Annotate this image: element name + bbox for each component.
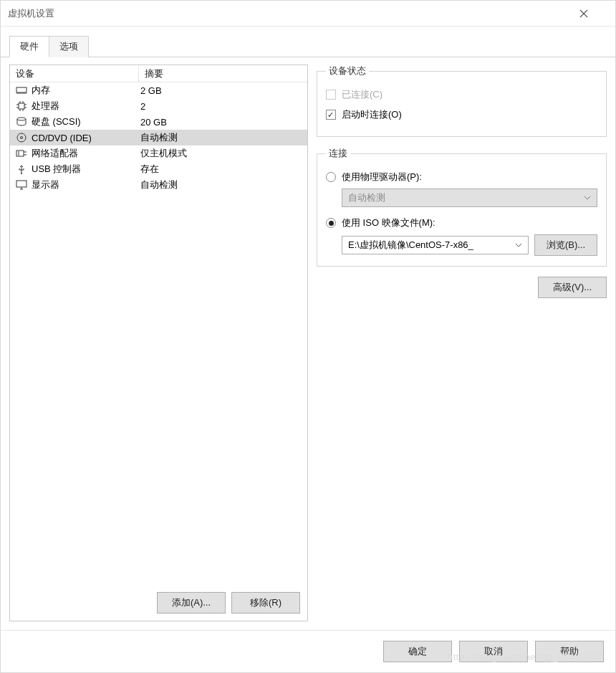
connection-legend: 连接 [326,147,350,160]
advanced-row: 高级(V)... [317,277,607,298]
dialog-footer: 确定 取消 帮助 [1,630,615,672]
dialog-body: 设备 摘要 内存 2 GB 处理器 2 硬盘 (SCSI) 20 GB CD/D… [1,57,615,630]
ok-button[interactable]: 确定 [383,641,452,662]
svg-point-3 [17,133,26,142]
iso-path-combobox[interactable]: E:\虚拟机镜像\CentOS-7-x86_ [342,236,529,254]
svg-rect-0 [16,87,27,92]
chevron-down-icon [584,196,591,200]
display-icon [16,179,27,191]
use-iso-label: 使用 ISO 映像文件(M): [342,216,435,229]
nic-icon [16,148,27,159]
connect-at-poweron-label: 启动时连接(O) [342,108,402,121]
add-device-button[interactable]: 添加(A)... [157,592,226,614]
close-icon [579,9,588,18]
device-row-display[interactable]: 显示器 自动检测 [10,177,307,193]
cancel-button[interactable]: 取消 [459,641,528,662]
use-physical-radio[interactable] [326,172,336,182]
iso-path-value: E:\虚拟机镜像\CentOS-7-x86_ [348,239,473,252]
device-state-group: 设备状态 已连接(C) 启动时连接(O) [317,65,607,137]
device-row-disk[interactable]: 硬盘 (SCSI) 20 GB [10,114,307,130]
connection-group: 连接 使用物理驱动器(P): 自动检测 使用 ISO 映像文件(M): [317,147,607,267]
device-label: 硬盘 (SCSI) [32,115,81,128]
device-label: USB 控制器 [32,163,81,176]
header-summary: 摘要 [139,65,307,82]
device-summary: 20 GB [139,117,307,128]
device-label: 处理器 [32,100,59,113]
help-button[interactable]: 帮助 [535,641,604,662]
svg-point-4 [21,137,23,139]
chevron-down-icon [515,243,522,247]
tab-bar: 硬件 选项 [1,27,615,57]
device-list[interactable]: 设备 摘要 内存 2 GB 处理器 2 硬盘 (SCSI) 20 GB CD/D… [10,65,307,585]
device-summary: 2 GB [139,85,307,96]
svg-point-6 [21,173,22,174]
window-title: 虚拟机设置 [8,7,579,20]
device-label: 内存 [32,84,50,97]
use-physical-label: 使用物理驱动器(P): [342,171,422,183]
device-summary: 仅主机模式 [139,147,307,160]
disk-icon [16,116,27,128]
device-label: CD/DVD (IDE) [32,133,92,143]
device-label: 网络适配器 [32,147,78,160]
svg-rect-5 [16,151,24,156]
svg-rect-1 [19,103,24,109]
physical-drive-select: 自动检测 [342,188,597,207]
device-list-panel: 设备 摘要 内存 2 GB 处理器 2 硬盘 (SCSI) 20 GB CD/D… [9,65,308,621]
advanced-button[interactable]: 高级(V)... [538,277,607,298]
connect-at-poweron-checkbox[interactable] [326,110,336,120]
device-list-buttons: 添加(A)... 移除(R) [10,585,307,621]
device-summary: 存在 [139,163,307,176]
device-row-cpu[interactable]: 处理器 2 [10,98,307,114]
device-row-usb[interactable]: USB 控制器 存在 [10,161,307,177]
device-row-cddvd[interactable]: CD/DVD (IDE) 自动检测 [10,130,307,145]
header-device: 设备 [10,65,139,82]
use-iso-radio[interactable] [326,218,336,228]
connected-label: 已连接(C) [342,88,382,101]
device-detail-panel: 设备状态 已连接(C) 启动时连接(O) 连接 使用物理驱动器(P): [317,65,607,621]
physical-drive-value: 自动检测 [348,191,385,204]
device-row-nic[interactable]: 网络适配器 仅主机模式 [10,145,307,161]
remove-device-button[interactable]: 移除(R) [231,592,300,614]
tab-options[interactable]: 选项 [49,36,89,57]
tab-hardware[interactable]: 硬件 [9,36,49,57]
cpu-icon [16,100,27,112]
connected-checkbox [326,90,336,100]
svg-point-2 [17,118,26,120]
usb-icon [16,163,27,175]
device-label: 显示器 [32,178,59,191]
device-summary: 自动检测 [139,178,307,191]
device-summary: 2 [139,101,307,112]
svg-rect-7 [16,181,27,187]
device-state-legend: 设备状态 [326,65,369,77]
cd-icon [16,132,27,143]
device-list-header: 设备 摘要 [10,65,307,82]
device-row-memory[interactable]: 内存 2 GB [10,82,307,98]
memory-icon [16,85,27,96]
device-summary: 自动检测 [139,131,307,144]
vm-settings-window: 虚拟机设置 硬件 选项 设备 摘要 内存 2 GB 处理器 [0,0,616,673]
browse-button[interactable]: 浏览(B)... [534,234,597,256]
titlebar: 虚拟机设置 [1,1,615,27]
close-button[interactable] [579,9,608,18]
